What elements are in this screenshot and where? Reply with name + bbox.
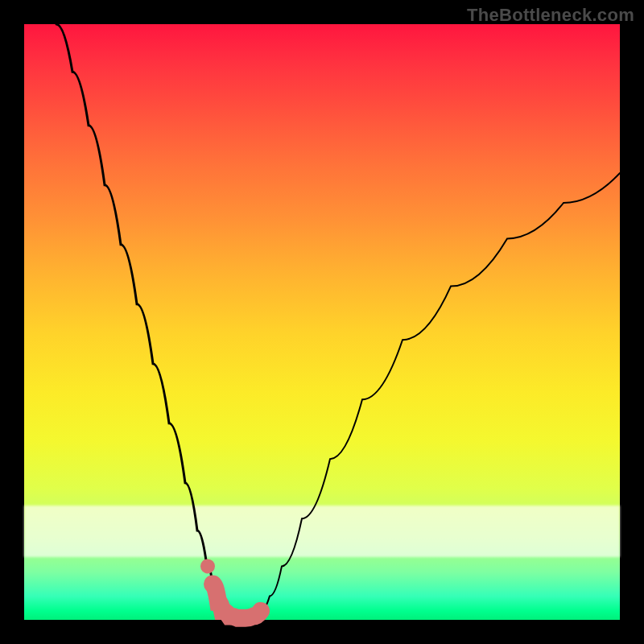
curve-right-branch (261, 173, 620, 611)
valley-dot (200, 559, 215, 573)
chart-svg (24, 24, 620, 620)
valley-highlight (213, 584, 261, 618)
curve-left-branch (56, 24, 222, 611)
watermark-text: TheBottleneck.com (467, 5, 634, 26)
